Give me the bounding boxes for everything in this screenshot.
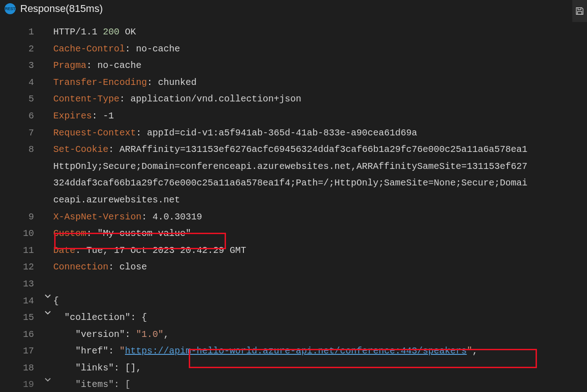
response-title: Response(815ms) (20, 3, 103, 15)
save-response-button[interactable] (572, 0, 587, 22)
code-line: 11 Date: Tue, 17 Oct 2023 20:42:29 GMT (0, 242, 587, 259)
line-number: 15 (0, 309, 42, 326)
code-line: 3 Pragma: no-cache (0, 57, 587, 74)
fold-toggle[interactable] (42, 309, 53, 316)
code-line-wrap: 324ddaf3caf66b1a29fc76e000c25a11a6a578ea… (0, 175, 587, 192)
code-line: 7 Request-Context: appId=cid-v1:a5f941ab… (0, 125, 587, 142)
fold-toggle[interactable] (42, 376, 53, 383)
code-line: 12 Connection: close (0, 259, 587, 276)
code-line: 10 Custom: "My custom value" (0, 225, 587, 242)
line-number: 5 (0, 91, 42, 108)
code-line: 19 "items": [ (0, 376, 587, 392)
code-line: 13 (0, 276, 587, 293)
response-panel-header: REST Response(815ms) (0, 0, 587, 19)
chevron-down-icon (45, 309, 51, 316)
line-number: 10 (0, 225, 42, 242)
line-number: 11 (0, 242, 42, 259)
line-number: 8 (0, 141, 42, 158)
line-number: 7 (0, 125, 42, 142)
svg-rect-0 (577, 11, 581, 14)
code-line-wrap: HttpOnly;Secure;Domain=conferenceapi.azu… (0, 158, 587, 175)
code-line: 4 Transfer-Encoding: chunked (0, 74, 587, 91)
chevron-down-icon (45, 293, 51, 299)
code-line: 18 "links": [], (0, 360, 587, 377)
line-number: 4 (0, 74, 42, 91)
code-line: 17 "href": "https://apim-hello-world.azu… (0, 343, 587, 360)
line-number: 18 (0, 360, 42, 377)
code-line: 1 HTTP/1.1 200 OK (0, 24, 587, 41)
code-line: 16 "version": "1.0", (0, 326, 587, 343)
response-editor[interactable]: 1 HTTP/1.1 200 OK 2 Cache-Control: no-ca… (0, 19, 587, 392)
line-number: 9 (0, 209, 42, 226)
code-line: 9 X-AspNet-Version: 4.0.30319 (0, 209, 587, 226)
response-href-link[interactable]: https://apim-hello-world.azure-api.net/c… (125, 346, 467, 356)
line-number: 1 (0, 24, 42, 41)
line-number: 3 (0, 57, 42, 74)
code-line-wrap: ceapi.azurewebsites.net (0, 192, 587, 209)
fold-toggle[interactable] (42, 293, 53, 299)
code-line: 5 Content-Type: application/vnd.collecti… (0, 91, 587, 108)
line-number: 16 (0, 326, 42, 343)
line-number: 13 (0, 276, 42, 293)
code-line: 14 { (0, 293, 587, 310)
code-line: 15 "collection": { (0, 309, 587, 326)
save-icon (575, 6, 585, 16)
line-number: 14 (0, 293, 42, 310)
line-number: 12 (0, 259, 42, 276)
line-number: 19 (0, 376, 42, 392)
rest-client-badge-icon: REST (5, 3, 16, 14)
line-number: 2 (0, 41, 42, 58)
code-line: 2 Cache-Control: no-cache (0, 41, 587, 58)
code-line: 8 Set-Cookie: ARRAffinity=131153ef6276ac… (0, 141, 587, 158)
chevron-down-icon (45, 376, 51, 383)
line-number: 17 (0, 343, 42, 360)
line-number: 6 (0, 108, 42, 125)
code-line: 6 Expires: -1 (0, 108, 587, 125)
